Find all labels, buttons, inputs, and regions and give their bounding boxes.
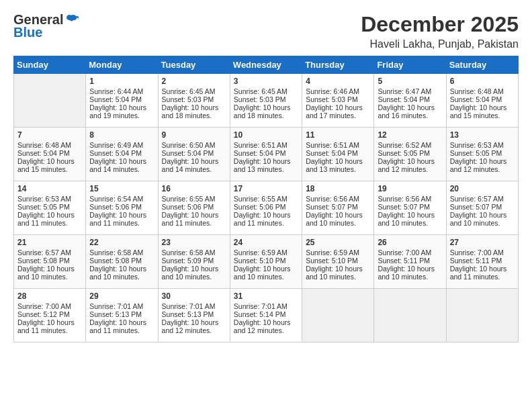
cell-w0-d4: 4Sunrise: 6:46 AMSunset: 5:03 PMDaylight… (302, 74, 374, 128)
daylight: Daylight: 10 hours and 13 minutes. (306, 157, 363, 173)
sunrise: Sunrise: 6:56 AM (306, 195, 359, 203)
daylight: Daylight: 10 hours and 14 minutes. (162, 157, 219, 173)
day-number: 21 (17, 238, 82, 247)
day-number: 24 (234, 238, 298, 247)
sunrise: Sunrise: 7:01 AM (89, 302, 143, 310)
sunrise: Sunrise: 7:01 AM (162, 302, 216, 310)
page: General Blue December 2025 Haveli Lakha,… (0, 0, 532, 411)
cell-w4-d0: 28Sunrise: 7:00 AMSunset: 5:12 PMDayligh… (14, 289, 86, 342)
sunrise: Sunrise: 7:00 AM (378, 248, 431, 257)
sunset: Sunset: 5:04 PM (234, 149, 286, 157)
cell-w2-d2: 16Sunrise: 6:55 AMSunset: 5:06 PMDayligh… (158, 181, 230, 235)
sunset: Sunset: 5:12 PM (17, 310, 70, 318)
sunrise: Sunrise: 6:56 AM (378, 195, 431, 203)
daylight: Daylight: 10 hours and 11 minutes. (89, 318, 146, 334)
daylight: Daylight: 10 hours and 18 minutes. (234, 103, 291, 120)
sunset: Sunset: 5:10 PM (306, 257, 358, 265)
day-header-thursday: Thursday (302, 56, 374, 74)
sunset: Sunset: 5:11 PM (378, 257, 430, 265)
day-number: 30 (162, 291, 226, 301)
daylight: Daylight: 10 hours and 10 minutes. (378, 265, 435, 281)
day-number: 15 (89, 184, 154, 193)
sunset: Sunset: 5:04 PM (450, 95, 502, 103)
cell-w2-d6: 20Sunrise: 6:57 AMSunset: 5:07 PMDayligh… (446, 181, 518, 235)
day-header-saturday: Saturday (446, 56, 518, 74)
daylight: Daylight: 10 hours and 13 minutes. (234, 157, 291, 173)
sunrise: Sunrise: 6:57 AM (17, 248, 71, 257)
main-title: December 2025 (361, 12, 519, 37)
day-number: 9 (162, 130, 226, 140)
cell-w4-d5 (374, 289, 446, 342)
day-number: 28 (17, 291, 82, 301)
cell-w0-d3: 3Sunrise: 6:45 AMSunset: 5:03 PMDaylight… (230, 74, 302, 128)
cell-w3-d3: 24Sunrise: 6:59 AMSunset: 5:10 PMDayligh… (230, 235, 302, 289)
sunset: Sunset: 5:08 PM (89, 257, 142, 265)
day-number: 22 (89, 238, 154, 247)
sunrise: Sunrise: 6:48 AM (17, 141, 71, 149)
sunset: Sunset: 5:05 PM (17, 203, 70, 211)
cell-w3-d4: 25Sunrise: 6:59 AMSunset: 5:10 PMDayligh… (302, 235, 374, 289)
daylight: Daylight: 10 hours and 14 minutes. (89, 157, 146, 173)
day-number: 3 (234, 77, 298, 86)
cell-w3-d0: 21Sunrise: 6:57 AMSunset: 5:08 PMDayligh… (14, 235, 86, 289)
day-number: 19 (378, 184, 442, 193)
sunset: Sunset: 5:04 PM (17, 149, 70, 157)
subtitle: Haveli Lakha, Punjab, Pakistan (361, 38, 519, 50)
cell-w4-d6 (446, 289, 518, 342)
cell-w3-d1: 22Sunrise: 6:58 AMSunset: 5:08 PMDayligh… (86, 235, 158, 289)
sunset: Sunset: 5:06 PM (89, 203, 142, 211)
sunrise: Sunrise: 6:57 AM (450, 195, 504, 203)
daylight: Daylight: 10 hours and 12 minutes. (234, 318, 291, 334)
sunset: Sunset: 5:08 PM (17, 257, 70, 265)
cell-w1-d4: 11Sunrise: 6:51 AMSunset: 5:04 PMDayligh… (302, 128, 374, 181)
day-number: 13 (450, 130, 515, 140)
day-number: 23 (162, 238, 226, 247)
sunrise: Sunrise: 7:01 AM (234, 302, 287, 310)
cell-w3-d2: 23Sunrise: 6:58 AMSunset: 5:09 PMDayligh… (158, 235, 230, 289)
cell-w0-d0 (14, 74, 86, 128)
cell-w4-d1: 29Sunrise: 7:01 AMSunset: 5:13 PMDayligh… (86, 289, 158, 342)
sunset: Sunset: 5:07 PM (450, 203, 502, 211)
day-number: 20 (450, 184, 515, 193)
daylight: Daylight: 10 hours and 12 minutes. (450, 157, 507, 173)
daylight: Daylight: 10 hours and 10 minutes. (234, 265, 291, 281)
sunrise: Sunrise: 6:50 AM (162, 141, 216, 149)
sunset: Sunset: 5:06 PM (234, 203, 286, 211)
sunset: Sunset: 5:04 PM (306, 149, 358, 157)
cell-w4-d2: 30Sunrise: 7:01 AMSunset: 5:13 PMDayligh… (158, 289, 230, 342)
cell-w1-d5: 12Sunrise: 6:52 AMSunset: 5:05 PMDayligh… (374, 128, 446, 181)
calendar-table: SundayMondayTuesdayWednesdayThursdayFrid… (13, 56, 519, 342)
sunrise: Sunrise: 6:44 AM (89, 87, 143, 95)
sunset: Sunset: 5:07 PM (306, 203, 358, 211)
cell-w0-d2: 2Sunrise: 6:45 AMSunset: 5:03 PMDaylight… (158, 74, 230, 128)
daylight: Daylight: 10 hours and 12 minutes. (378, 157, 435, 173)
sunrise: Sunrise: 6:45 AM (234, 87, 287, 95)
day-number: 17 (234, 184, 298, 193)
day-number: 10 (234, 130, 298, 140)
cell-w1-d3: 10Sunrise: 6:51 AMSunset: 5:04 PMDayligh… (230, 128, 302, 181)
sunrise: Sunrise: 7:00 AM (17, 302, 71, 310)
daylight: Daylight: 10 hours and 10 minutes. (306, 211, 363, 227)
cell-w0-d5: 5Sunrise: 6:47 AMSunset: 5:04 PMDaylight… (374, 74, 446, 128)
logo-bird-icon (64, 13, 79, 28)
sunrise: Sunrise: 7:00 AM (450, 248, 504, 257)
sunrise: Sunrise: 6:54 AM (89, 195, 143, 203)
sunset: Sunset: 5:13 PM (89, 310, 142, 318)
daylight: Daylight: 10 hours and 11 minutes. (17, 318, 75, 334)
daylight: Daylight: 10 hours and 11 minutes. (89, 211, 146, 227)
sunset: Sunset: 5:03 PM (162, 95, 214, 103)
cell-w1-d1: 8Sunrise: 6:49 AMSunset: 5:04 PMDaylight… (86, 128, 158, 181)
sunrise: Sunrise: 6:55 AM (162, 195, 216, 203)
daylight: Daylight: 10 hours and 18 minutes. (162, 103, 219, 120)
sunset: Sunset: 5:14 PM (234, 310, 286, 318)
day-number: 12 (378, 130, 442, 140)
cell-w2-d5: 19Sunrise: 6:56 AMSunset: 5:07 PMDayligh… (374, 181, 446, 235)
day-header-wednesday: Wednesday (230, 56, 302, 74)
day-number: 16 (162, 184, 226, 193)
header: General Blue December 2025 Haveli Lakha,… (13, 12, 519, 50)
sunset: Sunset: 5:03 PM (306, 95, 358, 103)
sunrise: Sunrise: 6:59 AM (234, 248, 287, 257)
day-number: 1 (89, 77, 154, 86)
sunset: Sunset: 5:05 PM (378, 149, 430, 157)
day-number: 5 (378, 77, 442, 86)
